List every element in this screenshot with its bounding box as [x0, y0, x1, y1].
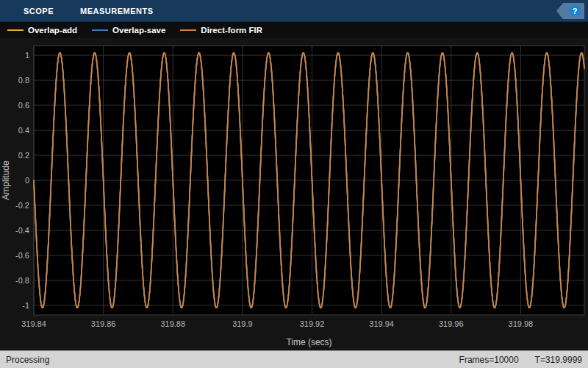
x-tick-label: 319.96 [439, 319, 464, 328]
y-tick-label: -0.2 [15, 201, 29, 210]
legend-label: Overlap-save [112, 26, 165, 35]
y-tick-label: -1 [22, 301, 29, 310]
x-tick-label: 319.98 [509, 319, 534, 328]
y-tick-label: 0.6 [18, 101, 29, 110]
x-tick-label: 319.88 [160, 319, 185, 328]
x-tick-label: 319.84 [21, 319, 46, 328]
status-time: T=319.9999 [535, 355, 582, 365]
toolstrip: SCOPE MEASUREMENTS ? [0, 0, 588, 22]
x-tick-label: 319.94 [369, 319, 394, 328]
status-frames: Frames=10000 [459, 355, 519, 365]
y-tick-label: 0.4 [18, 126, 29, 135]
status-bar: Processing Frames=10000 T=319.9999 [0, 350, 588, 368]
y-tick-label: 1 [25, 51, 29, 60]
legend-swatch [180, 29, 196, 31]
y-tick-label: -0.4 [15, 226, 29, 235]
legend-swatch [7, 29, 24, 31]
chart-area[interactable]: 319.84319.86319.88319.9319.92319.94319.9… [0, 38, 588, 350]
legend-item-overlap-add[interactable]: Overlap-add [7, 26, 77, 35]
legend-swatch [92, 29, 108, 31]
legend-item-overlap-save[interactable]: Overlap-save [92, 26, 165, 35]
status-processing: Processing [6, 355, 459, 365]
legend: Overlap-add Overlap-save Direct-form FIR [0, 22, 588, 38]
y-tick-label: 0.2 [18, 151, 29, 160]
tab-scope[interactable]: SCOPE [10, 0, 67, 21]
y-tick-label: -0.6 [15, 251, 29, 260]
scope-window: SCOPE MEASUREMENTS ? Overlap-add Overlap… [0, 0, 588, 368]
tab-measurements[interactable]: MEASUREMENTS [67, 0, 167, 21]
help-button[interactable]: ? [556, 3, 584, 19]
y-tick-label: -0.8 [15, 276, 29, 285]
y-tick-label: 0.8 [18, 76, 29, 85]
waveform-plot[interactable]: 319.84319.86319.88319.9319.92319.94319.9… [0, 38, 588, 350]
legend-label: Overlap-add [28, 26, 77, 35]
question-icon: ? [569, 5, 581, 17]
x-tick-label: 319.86 [91, 319, 116, 328]
x-tick-label: 319.92 [300, 319, 325, 328]
legend-item-direct-form-fir[interactable]: Direct-form FIR [180, 26, 262, 35]
x-tick-label: 319.9 [232, 319, 253, 328]
y-tick-label: 0 [25, 176, 29, 185]
legend-label: Direct-form FIR [201, 26, 262, 35]
